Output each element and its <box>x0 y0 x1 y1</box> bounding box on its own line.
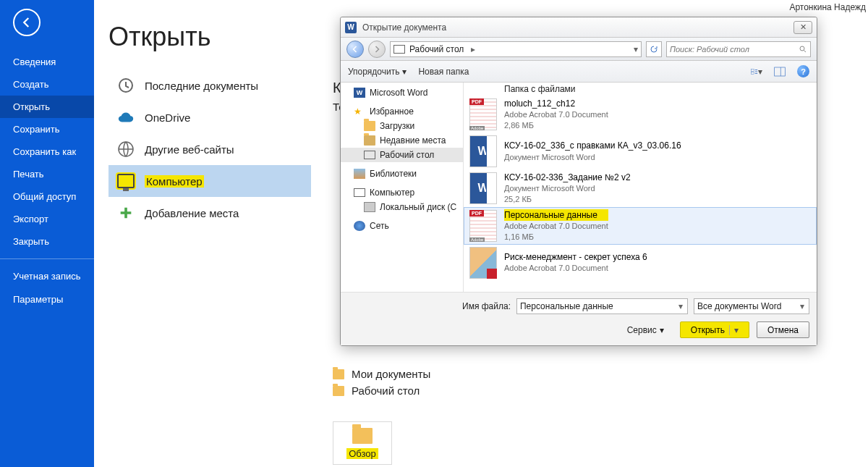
nav-close[interactable]: Закрыть <box>0 230 94 253</box>
file-list: Папка с файлами PDFAdobe moluch_112_ch12… <box>464 83 817 292</box>
file-row-word-2[interactable]: W КСУ-16-02-336_Задание №2 v2 Документ M… <box>464 169 817 207</box>
nav-new[interactable]: Создать <box>0 73 94 96</box>
chevron-down-icon[interactable]: ▾ <box>799 301 806 311</box>
breadcrumb[interactable]: Рабочий стол ▸ ▾ <box>390 41 642 57</box>
computer-icon <box>354 188 365 197</box>
view-options-button[interactable]: ▾ <box>751 66 762 77</box>
nav-saveas[interactable]: Сохранить как <box>0 140 94 163</box>
drive-icon <box>364 202 375 212</box>
pdf-icon: PDFAdobe <box>469 98 497 130</box>
folder-icon <box>364 135 375 146</box>
refresh-button[interactable] <box>646 41 662 57</box>
browse-button[interactable]: Обзор <box>333 421 392 465</box>
nav-open[interactable]: Открыть <box>0 96 94 118</box>
chevron-down-icon[interactable]: ▾ <box>634 44 638 54</box>
desktop-icon <box>393 45 405 54</box>
filename-combo[interactable]: Персональные данные ▾ <box>516 298 688 314</box>
search-input[interactable] <box>670 45 799 54</box>
folder-open-icon <box>352 428 373 444</box>
word-doc-icon: W <box>469 172 497 204</box>
search-icon <box>799 45 807 54</box>
tree-desktop[interactable]: Рабочий стол <box>341 148 463 162</box>
nav-export[interactable]: Экспорт <box>0 208 94 230</box>
plus-icon <box>117 204 135 222</box>
nav-print[interactable]: Печать <box>0 163 94 185</box>
loc-addplace[interactable]: Добавление места <box>109 197 311 229</box>
dialog-address-row: Рабочий стол ▸ ▾ <box>341 38 817 61</box>
folder-mydocs[interactable]: Мои документы <box>333 368 430 380</box>
desktop-icon <box>364 151 375 159</box>
nav-back-button[interactable] <box>346 41 364 58</box>
open-pane: Открыть Последние документы OneDrive Дру… <box>109 22 311 229</box>
file-row-word-1[interactable]: W КСУ-16-02_336_с правками КА_v3_03.06.1… <box>464 133 817 169</box>
close-button[interactable]: ✕ <box>793 21 812 34</box>
filetype-value: Все документы Word <box>697 301 781 311</box>
chevron-right-icon: ▸ <box>468 44 478 54</box>
folder-icon <box>364 121 375 131</box>
filename-value: Персональные данные <box>520 301 613 311</box>
loc-othersites[interactable]: Другие веб-сайты <box>109 133 311 165</box>
breadcrumb-location: Рабочий стол <box>409 44 464 54</box>
chevron-down-icon: ▾ <box>660 325 664 335</box>
dialog-body: W Microsoft Word ★ Избранное Загрузки Не… <box>341 83 817 292</box>
back-button[interactable] <box>13 9 41 36</box>
tree-downloads[interactable]: Загрузки <box>341 119 463 133</box>
dialog-title: Открытие документа <box>362 22 793 33</box>
nav-forward-button[interactable] <box>368 41 386 58</box>
tree-libraries[interactable]: Библиотеки <box>341 167 463 181</box>
tree-word[interactable]: W Microsoft Word <box>341 85 463 100</box>
folder-icon <box>333 369 344 379</box>
loc-onedrive-label: OneDrive <box>145 112 190 124</box>
libraries-icon <box>354 169 365 179</box>
preview-pane-button[interactable] <box>774 66 786 77</box>
file-row-folder-sub: Папка с файлами <box>464 83 817 96</box>
folder-desktop[interactable]: Рабочий стол <box>333 384 430 397</box>
tree-recent[interactable]: Недавние места <box>341 133 463 148</box>
browse-label: Обзор <box>346 448 378 459</box>
loc-computer[interactable]: Компьютер <box>109 165 311 197</box>
loc-computer-label: Компьютер <box>145 175 204 188</box>
dialog-toolbar: Упорядочить ▾ Новая папка ▾ ? <box>341 61 817 83</box>
nav-options[interactable]: Параметры <box>0 288 94 311</box>
new-folder-button[interactable]: Новая папка <box>418 67 469 77</box>
cloud-icon <box>117 109 135 126</box>
cancel-button[interactable]: Отмена <box>757 321 809 338</box>
search-box[interactable] <box>666 41 811 57</box>
folder-mydocs-label: Мои документы <box>352 368 430 380</box>
loc-recent[interactable]: Последние документы <box>109 70 311 101</box>
loc-othersites-label: Другие веб-сайты <box>145 143 234 156</box>
file-row-img-1[interactable]: Риск-менеджмент - секрет успеха 6 Adobe … <box>464 245 817 281</box>
svg-point-2 <box>800 46 804 51</box>
folder-icon <box>333 386 344 396</box>
tree-favorites[interactable]: ★ Избранное <box>341 104 463 119</box>
open-button[interactable]: Открыть▾ <box>680 321 749 338</box>
loc-onedrive[interactable]: OneDrive <box>109 101 311 133</box>
tools-menu[interactable]: Сервис ▾ <box>627 325 664 335</box>
svg-rect-3 <box>751 69 754 71</box>
dialog-titlebar: W Открытие документа ✕ <box>341 17 817 38</box>
chevron-down-icon: ▾ <box>402 67 407 77</box>
organize-menu[interactable]: Упорядочить ▾ <box>348 67 407 77</box>
nav-info[interactable]: Сведения <box>0 51 94 73</box>
loc-recent-label: Последние документы <box>145 80 258 92</box>
tree-network[interactable]: Сеть <box>341 219 463 233</box>
filetype-combo[interactable]: Все документы Word ▾ <box>694 298 809 314</box>
file-row-pdf-1[interactable]: PDFAdobe moluch_112_ch12 Adobe Acrobat 7… <box>464 96 817 133</box>
nav-share[interactable]: Общий доступ <box>0 185 94 208</box>
nav-account[interactable]: Учетная запись <box>0 265 94 288</box>
loc-addplace-label: Добавление места <box>145 207 239 219</box>
help-button[interactable]: ? <box>797 65 809 77</box>
word-icon: W <box>354 88 365 98</box>
svg-rect-5 <box>775 67 786 76</box>
file-row-pdf-selected[interactable]: PDFAdobe Персональные данные Adobe Acrob… <box>464 207 817 245</box>
tree-computer[interactable]: Компьютер <box>341 185 463 200</box>
nav-save[interactable]: Сохранить <box>0 118 94 140</box>
chevron-down-icon[interactable]: ▾ <box>729 325 739 335</box>
word-doc-icon: W <box>469 135 497 167</box>
monitor-icon <box>117 172 135 190</box>
globe-icon <box>117 140 135 158</box>
tree-localdisk[interactable]: Локальный диск (C <box>341 200 463 214</box>
chevron-down-icon[interactable]: ▾ <box>677 301 684 311</box>
dialog-footer: Имя файла: Персональные данные ▾ Все док… <box>341 292 817 345</box>
filename-label: Имя файла: <box>462 301 511 311</box>
